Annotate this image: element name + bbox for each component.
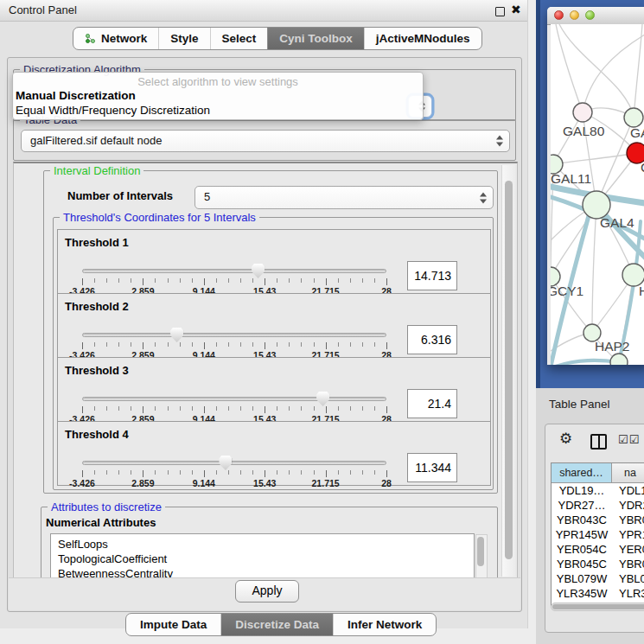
node-label: HAP2: [595, 339, 630, 354]
control-panel-titlebar: Control Panel ✖: [0, 0, 527, 22]
table-row[interactable]: YBR045CYBR0: [552, 557, 644, 571]
node-attribute-table[interactable]: shared… na YDL19…YDL1YDR27…YDR2YBR043CYB…: [551, 462, 644, 606]
slider-track[interactable]: [82, 269, 386, 273]
threshold-value-field[interactable]: 14.713: [407, 261, 457, 290]
tab-select[interactable]: Select: [210, 28, 268, 49]
network-node[interactable]: [573, 103, 592, 122]
network-view-window[interactable]: GAL80GACGAL11GAL4GCY1HHAP2: [547, 7, 644, 365]
tick-mark: [289, 406, 290, 411]
tab-style[interactable]: Style: [158, 28, 209, 49]
tick-mark: [374, 278, 375, 283]
node-label: GAL11: [551, 171, 591, 186]
tick-mark: [192, 342, 193, 347]
number-of-intervals-combo[interactable]: 5: [194, 186, 494, 209]
table-horizontal-scrollbar[interactable]: [551, 603, 644, 611]
tick-mark: [265, 470, 265, 477]
network-graph[interactable]: GAL80GACGAL11GAL4GCY1HHAP2: [551, 24, 644, 365]
attribute-item[interactable]: TopologicalCoefficient: [51, 552, 474, 566]
threshold-slider[interactable]: -3.4262.8599.14415.4321.71528: [82, 456, 386, 484]
scrollbar-thumb[interactable]: [477, 537, 484, 566]
table-data-combo[interactable]: galFiltered.sif default node: [21, 130, 510, 152]
tab-discretize-data[interactable]: Discretize Data: [220, 614, 333, 635]
attribute-item[interactable]: SelfLoops: [51, 537, 474, 552]
threshold-value-field[interactable]: 11.344: [407, 453, 457, 482]
tick-mark: [338, 406, 339, 411]
scrollbar-thumb[interactable]: [505, 181, 513, 559]
popup-item-equal-width-frequency[interactable]: Equal Width/Frequency Discretization: [16, 104, 210, 117]
gear-icon[interactable]: ⚙: [559, 431, 572, 446]
threshold-value-field[interactable]: 21.4: [407, 389, 457, 418]
tick-mark: [252, 278, 253, 283]
zoom-traffic-light-icon[interactable]: [585, 10, 595, 20]
tab-impute-data[interactable]: Impute Data: [126, 614, 220, 635]
numerical-attributes-list[interactable]: SelfLoopsTopologicalCoefficientBetweenne…: [50, 533, 475, 581]
settings-vertical-scrollbar[interactable]: [501, 165, 515, 577]
cell-shared-name: YBR045C: [552, 557, 612, 571]
cell-shared-name: YLR345W: [552, 586, 612, 601]
tick-mark: [168, 470, 169, 475]
slider-thumb[interactable]: [252, 264, 265, 278]
slider-track[interactable]: [82, 397, 386, 401]
network-node[interactable]: [610, 354, 628, 365]
columns-icon[interactable]: [590, 434, 607, 450]
tick-mark: [374, 470, 375, 475]
tick-mark: [265, 342, 265, 349]
tick-mark: [106, 278, 107, 283]
table-panel-title: Table Panel: [549, 398, 610, 411]
slider-thumb[interactable]: [219, 456, 232, 470]
close-traffic-light-icon[interactable]: [554, 10, 564, 20]
table-row[interactable]: YBL079WYBL0: [552, 571, 644, 586]
table-row[interactable]: YPR145WYPR1: [552, 527, 644, 542]
tab-infer-network[interactable]: Infer Network: [333, 614, 436, 635]
tab-network[interactable]: Network: [73, 28, 158, 49]
threshold-slider[interactable]: -3.4262.8599.14415.4321.71528: [82, 392, 386, 420]
scrollbar-thumb[interactable]: [552, 604, 644, 609]
tick-mark: [204, 342, 205, 349]
tick-mark: [314, 406, 315, 411]
table-row[interactable]: YDR27…YDR2: [552, 498, 644, 513]
combo-value: galFiltered.sif default node: [30, 131, 162, 151]
threshold-slider[interactable]: -3.4262.8599.14415.4321.71528: [82, 328, 386, 356]
tab-jactivemnodules[interactable]: jActiveMNodules: [364, 28, 481, 49]
threshold-value-field[interactable]: 6.316: [407, 325, 457, 354]
tick-mark: [216, 342, 217, 347]
tab-cyni-toolbox[interactable]: Cyni Toolbox: [267, 28, 364, 49]
table-row[interactable]: YBR043CYBR0: [552, 513, 644, 527]
float-window-icon[interactable]: [495, 7, 505, 16]
tick-mark: [350, 278, 351, 283]
combo-value: 5: [204, 187, 210, 207]
network-window-titlebar[interactable]: [547, 7, 644, 25]
tab-label: Discretize Data: [235, 618, 319, 631]
network-node[interactable]: [624, 108, 643, 127]
table-row[interactable]: YER054CYER0: [552, 542, 644, 557]
slider-track[interactable]: [82, 461, 386, 465]
tick-mark: [216, 470, 217, 475]
close-icon[interactable]: ✖: [511, 3, 521, 16]
tick-mark: [350, 470, 351, 475]
table-header-row: shared… na: [552, 463, 644, 483]
column-header-name[interactable]: na: [612, 463, 644, 482]
number-of-intervals-label: Number of Intervals: [67, 189, 173, 202]
tick-mark: [314, 342, 315, 347]
checkbox-filters-icon[interactable]: ☑☑: [618, 433, 640, 446]
column-header-shared-name[interactable]: shared…: [552, 463, 612, 482]
attributes-list-scrollbar[interactable]: [475, 534, 488, 581]
popup-item-manual-discretization[interactable]: Manual Discretization: [16, 89, 136, 102]
slider-thumb[interactable]: [316, 392, 329, 406]
table-row[interactable]: YDL19…YDL1: [552, 483, 644, 498]
tick-mark: [362, 342, 363, 347]
apply-button[interactable]: Apply: [235, 580, 299, 603]
minimize-traffic-light-icon[interactable]: [570, 10, 579, 20]
network-icon: [85, 33, 96, 44]
node-label: GCY1: [551, 284, 583, 298]
table-row[interactable]: YLR345WYLR3: [552, 586, 644, 601]
slider-track[interactable]: [82, 333, 386, 337]
node-label: GA: [630, 125, 644, 140]
threshold-slider[interactable]: -3.4262.8599.14415.4321.71528: [82, 265, 386, 292]
tick-label: 28: [381, 478, 392, 488]
slider-thumb[interactable]: [170, 328, 183, 342]
tick-mark: [118, 278, 119, 283]
tick-mark: [82, 406, 83, 413]
network-canvas[interactable]: GAL80GACGAL11GAL4GCY1HHAP2: [551, 24, 644, 365]
combo-spinner-icon: [496, 136, 503, 147]
